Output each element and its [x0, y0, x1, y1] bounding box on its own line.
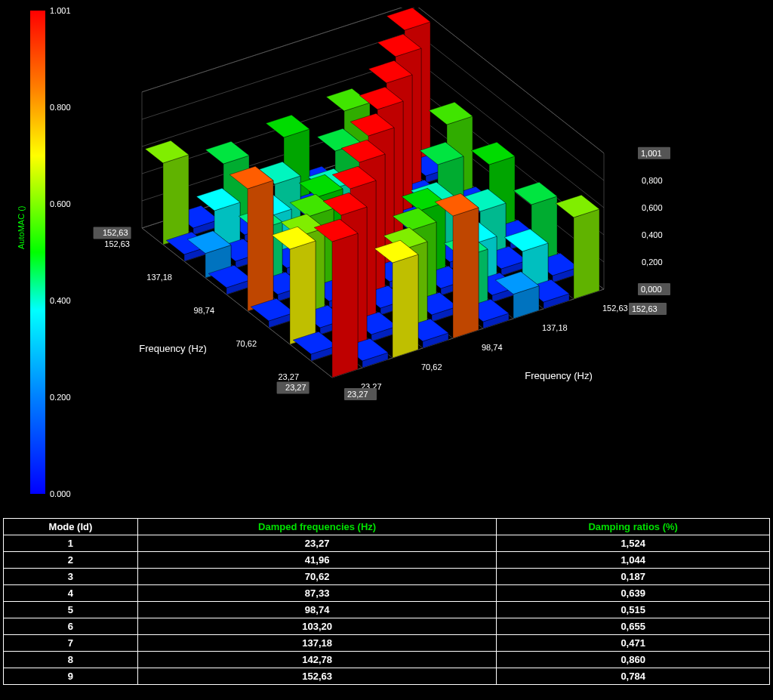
svg-text:152,63: 152,63: [104, 239, 130, 248]
table-cell: 0,639: [497, 585, 770, 602]
svg-text:0,200: 0,200: [642, 257, 663, 267]
svg-text:23,27: 23,27: [278, 372, 299, 381]
svg-text:70,62: 70,62: [421, 362, 442, 372]
svg-marker-264: [332, 233, 358, 378]
colorbar-axis-label: AutoMAC (): [17, 206, 26, 249]
svg-text:0,800: 0,800: [642, 176, 663, 185]
modes-table-container: Mode (Id) Damped frequencies (Hz) Dampin…: [3, 518, 770, 685]
table-cell: 87,33: [137, 585, 496, 602]
table-cell: 0,471: [497, 635, 770, 652]
table-cell: 0,187: [497, 569, 770, 585]
table-row: 7137,180,471: [4, 635, 770, 652]
svg-marker-234: [453, 208, 479, 338]
table-row: 487,330,639: [4, 585, 770, 602]
svg-marker-132: [163, 155, 189, 245]
svg-text:152,63: 152,63: [103, 228, 128, 237]
table-cell: 8: [4, 652, 138, 668]
table-cell: 152,63: [137, 668, 496, 685]
svg-text:23,27: 23,27: [347, 390, 368, 399]
svg-text:0,600: 0,600: [642, 203, 663, 212]
colorbar-tick: 0.600: [50, 199, 71, 208]
table-cell: 4: [4, 585, 138, 602]
table-cell: 7: [4, 635, 138, 652]
table-row: 6103,200,655: [4, 618, 770, 635]
automac-3d-bar-chart: 23,2770,6298,74137,18152,6323,2770,6298,…: [75, 8, 755, 491]
table-cell: 103,20: [137, 618, 496, 635]
table-cell: 6: [4, 618, 138, 635]
svg-text:137,18: 137,18: [146, 273, 172, 282]
svg-text:Frequency (Hz): Frequency (Hz): [139, 343, 207, 354]
colorbar-tick: 0.000: [50, 489, 71, 498]
svg-marker-255: [393, 254, 418, 358]
table-cell: 1: [4, 535, 138, 552]
colorbar-tick: 0.200: [50, 393, 71, 402]
table-row: 9152,630,784: [4, 668, 770, 685]
table-cell: 142,78: [137, 652, 496, 668]
svg-text:98,74: 98,74: [193, 306, 214, 315]
svg-text:152,63: 152,63: [632, 304, 658, 313]
modes-table: Mode (Id) Damped frequencies (Hz) Dampin…: [3, 518, 770, 685]
table-row: 370,620,187: [4, 569, 770, 585]
svg-text:152,63: 152,63: [602, 304, 628, 313]
table-cell: 1,044: [497, 552, 770, 569]
svg-text:70,62: 70,62: [236, 339, 257, 348]
table-cell: 9: [4, 668, 138, 685]
table-cell: 1,524: [497, 535, 770, 552]
table-cell: 0,860: [497, 652, 770, 668]
svg-marker-222: [248, 180, 273, 311]
svg-marker-249: [290, 241, 316, 344]
table-cell: 5: [4, 602, 138, 618]
table-cell: 70,62: [137, 569, 496, 585]
svg-text:23,27: 23,27: [285, 383, 306, 392]
table-cell: 0,784: [497, 668, 770, 685]
table-row: 123,271,524: [4, 535, 770, 552]
table-row: 241,961,044: [4, 552, 770, 569]
svg-text:98,74: 98,74: [482, 343, 503, 352]
svg-text:137,18: 137,18: [542, 323, 568, 332]
col-header-freq: Damped frequencies (Hz): [137, 519, 496, 535]
table-cell: 0,655: [497, 618, 770, 635]
table-cell: 41,96: [137, 552, 496, 569]
svg-text:1,001: 1,001: [641, 149, 662, 158]
chart-area: AutoMAC () 1.001 0.800 0.600 0.400 0.200…: [0, 0, 773, 513]
colorbar-tick: 0.800: [50, 103, 71, 112]
table-cell: 23,27: [137, 535, 496, 552]
colorbar: AutoMAC () 1.001 0.800 0.600 0.400 0.200…: [23, 11, 75, 494]
colorbar-gradient: [30, 11, 45, 494]
table-cell: 3: [4, 569, 138, 585]
table-cell: 137,18: [137, 635, 496, 652]
svg-marker-156: [574, 209, 599, 299]
col-header-damp: Damping ratios (%): [497, 519, 770, 535]
colorbar-tick: 0.400: [50, 296, 71, 305]
svg-text:0,000: 0,000: [641, 285, 662, 294]
table-cell: 2: [4, 552, 138, 569]
svg-text:Frequency (Hz): Frequency (Hz): [525, 370, 593, 381]
table-cell: 98,74: [137, 602, 496, 618]
svg-text:0,400: 0,400: [642, 230, 663, 239]
table-header-row: Mode (Id) Damped frequencies (Hz) Dampin…: [4, 519, 770, 535]
table-row: 8142,780,860: [4, 652, 770, 668]
colorbar-tick: 1.001: [50, 6, 71, 15]
col-header-mode: Mode (Id): [4, 519, 138, 535]
table-cell: 0,515: [497, 602, 770, 618]
table-row: 598,740,515: [4, 602, 770, 618]
